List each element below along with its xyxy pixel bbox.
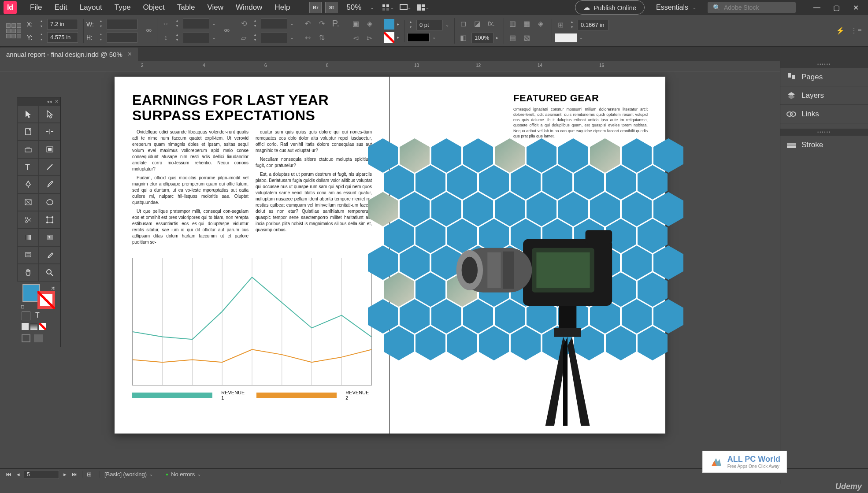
page-tool[interactable] (17, 123, 39, 141)
type-tool[interactable]: T (17, 158, 39, 176)
pages-panel-button[interactable]: Pages (780, 68, 868, 86)
formatting-container-icon[interactable] (22, 311, 30, 320)
screen-mode-icon[interactable]: ⌄ (399, 2, 412, 13)
apply-gradient-icon[interactable] (30, 323, 37, 330)
gradient-feather-tool[interactable] (39, 229, 60, 246)
x-input[interactable] (47, 19, 78, 30)
text-wrap-shape-icon[interactable]: ◈ (535, 18, 546, 30)
close-button[interactable]: ✕ (847, 2, 864, 13)
swap-colors-icon[interactable]: ⤭ (51, 285, 55, 291)
stroke-style-swatch[interactable] (408, 33, 430, 42)
scale-y-input[interactable] (183, 33, 209, 43)
apply-none-icon[interactable] (39, 323, 46, 330)
text-wrap-jump-icon[interactable]: ▤ (507, 32, 518, 44)
shear-input[interactable] (261, 33, 287, 43)
menu-window[interactable]: Window (230, 0, 268, 15)
fx-icon[interactable]: fx. (486, 18, 497, 30)
page-right[interactable]: FEATURED GEAR Omsequd ignatiatri constur… (390, 77, 665, 434)
menu-file[interactable]: File (24, 0, 48, 15)
text-wrap-column-icon[interactable]: ▧ (521, 32, 532, 44)
scale-y-icon[interactable]: ↕ (160, 32, 171, 44)
y-input[interactable] (47, 32, 78, 43)
free-transform-tool[interactable] (39, 211, 60, 229)
rectangle-frame-tool[interactable] (17, 193, 39, 211)
preview-view-icon[interactable] (34, 334, 43, 342)
constrain-icon[interactable]: ⚮ (143, 25, 154, 37)
stroke-panel-button[interactable]: Stroke (780, 136, 868, 154)
frame-fitting-icon[interactable]: ⊞ (555, 19, 566, 31)
stroke-weight-input[interactable] (416, 20, 443, 30)
layers-panel-button[interactable]: Layers (780, 86, 868, 105)
ellipse-tool[interactable] (39, 193, 60, 211)
scale-x-icon[interactable]: ↔ (160, 18, 171, 30)
first-page-button[interactable]: ⏮ (4, 471, 12, 478)
shear-icon[interactable]: ▱ (238, 32, 249, 44)
fill-swatch[interactable] (384, 19, 394, 30)
line-tool[interactable] (39, 158, 60, 176)
gradient-swatch-tool[interactable] (17, 229, 39, 246)
flip-v-icon[interactable]: ⇅ (316, 32, 327, 44)
flip-h-icon[interactable]: ⇿ (302, 32, 313, 44)
formatting-text-icon[interactable]: T (33, 311, 42, 320)
eyedropper-tool[interactable] (39, 246, 60, 264)
default-colors-icon[interactable]: ◻ (21, 304, 24, 309)
paper-swatch[interactable] (555, 33, 577, 42)
normal-view-icon[interactable] (22, 334, 30, 342)
corner-options-icon[interactable]: ◻ (457, 18, 469, 30)
select-next-icon[interactable]: ▻ (364, 32, 375, 44)
page-left[interactable]: EARNINGS FOR LAST YEAR SURPASS EXPECTATI… (115, 77, 390, 434)
quick-apply-icon[interactable]: ⚡ (835, 25, 846, 37)
char-panel-icon[interactable]: P. (330, 18, 341, 30)
text-wrap-none-icon[interactable]: ▥ (507, 18, 518, 30)
preflight-status[interactable]: ●No errors⌄ (161, 471, 205, 478)
links-panel-button[interactable]: Links (780, 105, 868, 123)
rotate-input[interactable] (261, 19, 287, 29)
bridge-icon[interactable]: Br (309, 2, 322, 13)
preflight-preset[interactable]: [Basic] (working)⌄ (100, 471, 157, 478)
rotate-ccw-icon[interactable]: ↶ (302, 18, 313, 30)
rotate-icon[interactable]: ⟲ (238, 18, 249, 30)
content-collector-tool[interactable] (17, 141, 39, 158)
prev-page-button[interactable]: ◂ (14, 471, 22, 478)
tools-close-icon[interactable]: ✕ (55, 99, 59, 104)
select-content-icon[interactable]: ◈ (364, 18, 375, 30)
menu-edit[interactable]: Edit (48, 0, 73, 15)
menu-type[interactable]: Type (108, 0, 137, 15)
minimize-button[interactable]: — (808, 2, 826, 13)
menu-object[interactable]: Object (137, 0, 171, 15)
stroke-color-swatch[interactable] (37, 291, 55, 309)
select-container-icon[interactable]: ▣ (350, 18, 361, 30)
menu-help[interactable]: Help (268, 0, 296, 15)
close-tab-icon[interactable]: × (128, 50, 132, 58)
reference-point-grid[interactable] (6, 23, 21, 38)
opacity-input[interactable] (471, 33, 493, 43)
h-input[interactable] (107, 32, 137, 43)
page-field[interactable] (24, 470, 59, 479)
select-prev-icon[interactable]: ◅ (350, 32, 361, 44)
selection-tool[interactable] (17, 105, 39, 123)
zoom-dropdown[interactable]: 50% ⌄ (346, 3, 374, 12)
stroke-swatch[interactable] (384, 32, 394, 43)
fill-stroke-swatches[interactable]: ⤭ ◻ (20, 284, 58, 309)
drop-shadow-icon[interactable]: ◪ (471, 18, 483, 30)
stroke-menu-icon[interactable]: ▸ (397, 35, 399, 40)
menu-view[interactable]: View (201, 0, 230, 15)
stock-icon[interactable]: St (325, 2, 338, 13)
fill-menu-icon[interactable]: ▸ (397, 22, 399, 26)
opacity-icon[interactable]: ◧ (457, 32, 469, 44)
pen-tool[interactable] (17, 176, 39, 193)
view-options-icon[interactable]: ⌄ (382, 2, 394, 13)
tools-collapse-icon[interactable]: ◂◂ (47, 99, 52, 104)
rotate-cw-icon[interactable]: ↷ (316, 18, 327, 30)
canvas[interactable]: EARNINGS FOR LAST YEAR SURPASS EXPECTATI… (0, 71, 780, 484)
apply-color-icon[interactable] (22, 323, 29, 330)
w-input[interactable] (107, 19, 137, 30)
text-wrap-bbox-icon[interactable]: ▦ (521, 18, 532, 30)
zoom-tool[interactable] (39, 264, 60, 282)
panel-menu-icon[interactable]: ⋮≡ (850, 25, 862, 37)
constrain-scale-icon[interactable]: ⚮ (221, 25, 232, 37)
menu-table[interactable]: Table (171, 0, 201, 15)
next-page-button[interactable]: ▸ (61, 471, 69, 478)
document-tab[interactable]: annual report - final design.indd @ 50% … (0, 48, 138, 61)
open-nav-icon[interactable]: ⊞ (87, 471, 92, 478)
